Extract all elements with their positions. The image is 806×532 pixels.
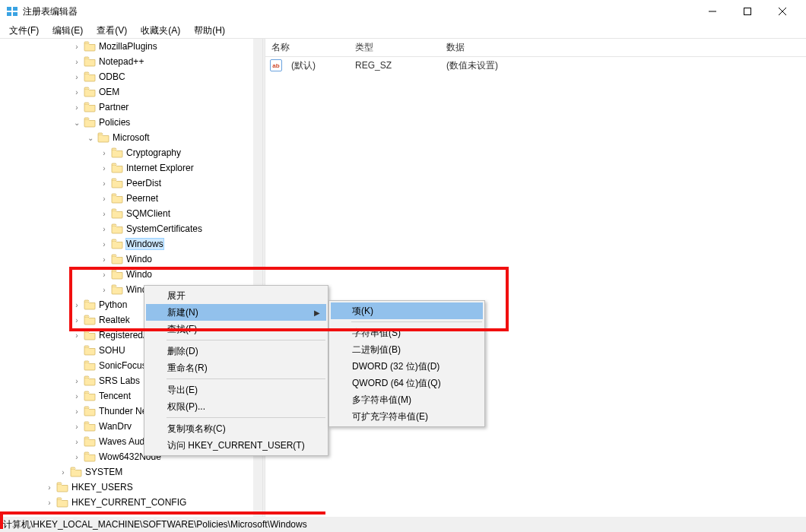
new-submenu[interactable]: 项(K)字符串值(S)二进制值(B)DWORD (32 位)值(D)QWORD … bbox=[328, 300, 485, 427]
svg-rect-0 bbox=[7, 7, 11, 11]
tree-node[interactable]: ›Cryptography bbox=[0, 145, 253, 160]
menu-item[interactable]: 可扩充字符串值(E) bbox=[331, 408, 483, 425]
collapse-toggle-icon[interactable]: ⌄ bbox=[71, 119, 82, 127]
menu-item-label: 二进制值(B) bbox=[352, 344, 401, 356]
expand-toggle-icon[interactable]: › bbox=[99, 195, 109, 203]
expand-toggle-icon[interactable]: › bbox=[71, 103, 82, 112]
tree-node[interactable]: ›Windo bbox=[0, 252, 253, 267]
tree-node[interactable]: ›Windo bbox=[0, 267, 253, 282]
tree-node[interactable]: ›MozillaPlugins bbox=[0, 39, 253, 54]
expand-toggle-icon[interactable]: › bbox=[71, 453, 82, 461]
tree-node[interactable]: ›HKEY_CURRENT_CONFIG bbox=[0, 495, 253, 510]
folder-icon bbox=[111, 163, 123, 173]
expand-toggle-icon[interactable]: › bbox=[71, 331, 82, 340]
expand-toggle-icon[interactable]: › bbox=[71, 392, 82, 401]
tree-node[interactable]: ⌄Policies bbox=[0, 115, 253, 130]
menu-item[interactable]: 导出(E) bbox=[146, 382, 326, 398]
menu-item[interactable]: 文件(F) bbox=[3, 23, 45, 39]
menu-item[interactable]: 访问 HKEY_CURRENT_USER(T) bbox=[146, 437, 326, 454]
expand-toggle-icon[interactable]: › bbox=[71, 73, 82, 81]
expand-toggle-icon[interactable]: › bbox=[44, 483, 55, 492]
menu-item-label: 导出(E) bbox=[167, 384, 198, 397]
folder-icon bbox=[111, 254, 123, 264]
menu-item[interactable]: 权限(P)... bbox=[146, 398, 326, 415]
expand-toggle-icon[interactable]: › bbox=[71, 88, 82, 97]
menu-item[interactable]: 项(K) bbox=[331, 302, 483, 319]
menu-item[interactable]: 查看(V) bbox=[90, 23, 133, 39]
folder-icon bbox=[84, 117, 96, 128]
tree-node-label: Realtek bbox=[99, 315, 130, 325]
tree-node[interactable]: ›ODBC bbox=[0, 69, 253, 84]
folder-icon bbox=[111, 208, 123, 219]
folder-icon bbox=[84, 41, 96, 52]
folder-icon bbox=[84, 375, 96, 386]
menu-item[interactable]: 多字符串值(M) bbox=[331, 391, 483, 408]
menu-item[interactable]: DWORD (32 位)值(D) bbox=[331, 358, 483, 375]
tree-node[interactable]: ›Peernet bbox=[0, 191, 253, 206]
expand-toggle-icon[interactable]: › bbox=[71, 377, 82, 385]
menu-item[interactable]: 展开 bbox=[146, 287, 326, 304]
tree-node[interactable]: ›SYSTEM bbox=[0, 464, 253, 480]
value-row[interactable]: ab(默认)REG_SZ(数值未设置) bbox=[265, 57, 806, 74]
menu-item[interactable]: 帮助(H) bbox=[188, 23, 231, 39]
expand-toggle-icon[interactable]: › bbox=[71, 423, 82, 431]
col-data[interactable]: 数据 bbox=[440, 41, 806, 54]
menu-item[interactable]: 查找(F) bbox=[146, 321, 326, 337]
expand-toggle-icon[interactable]: › bbox=[71, 43, 82, 51]
expand-toggle-icon[interactable]: › bbox=[99, 210, 109, 218]
tree-node[interactable]: ›Notepad++ bbox=[0, 54, 253, 69]
close-button[interactable] bbox=[765, 0, 800, 23]
menu-item-label: 新建(N) bbox=[167, 306, 198, 319]
menu-item-label: 访问 HKEY_CURRENT_USER(T) bbox=[167, 439, 305, 452]
folder-icon bbox=[84, 87, 96, 97]
expand-toggle-icon[interactable]: › bbox=[99, 271, 109, 279]
menu-item-label: 展开 bbox=[167, 290, 186, 302]
expand-toggle-icon[interactable]: › bbox=[99, 225, 109, 233]
tree-node[interactable]: ›SystemCertificates bbox=[0, 221, 253, 236]
tree-node-label: ODBC bbox=[99, 71, 125, 82]
menu-item[interactable]: 字符串值(S) bbox=[331, 325, 483, 341]
expand-toggle-icon[interactable]: › bbox=[71, 316, 82, 325]
menu-item[interactable]: 收藏夹(A) bbox=[135, 23, 186, 39]
folder-icon bbox=[84, 421, 96, 432]
menu-item[interactable]: 复制项名称(C) bbox=[146, 420, 326, 437]
menu-item[interactable]: 重命名(R) bbox=[146, 359, 326, 376]
tree-node[interactable]: ›Windows bbox=[0, 236, 253, 252]
expand-toggle-icon[interactable]: › bbox=[99, 164, 109, 173]
tree-node[interactable]: ›Internet Explorer bbox=[0, 160, 253, 176]
expand-toggle-icon[interactable]: › bbox=[71, 58, 82, 66]
menu-item[interactable]: 二进制值(B) bbox=[331, 341, 483, 358]
expand-toggle-icon[interactable]: › bbox=[99, 255, 109, 264]
expand-toggle-icon[interactable]: › bbox=[44, 499, 55, 507]
menu-item[interactable]: QWORD (64 位)值(Q) bbox=[331, 375, 483, 391]
col-name[interactable]: 名称 bbox=[265, 41, 349, 54]
expand-toggle-icon[interactable]: › bbox=[99, 240, 109, 249]
minimize-button[interactable] bbox=[695, 0, 730, 23]
svg-rect-2 bbox=[7, 12, 11, 16]
folder-icon bbox=[111, 147, 123, 158]
menu-item[interactable]: 新建(N)▶ bbox=[146, 304, 326, 321]
expand-toggle-icon[interactable]: › bbox=[99, 286, 109, 294]
expand-toggle-icon[interactable]: › bbox=[99, 149, 109, 157]
expand-toggle-icon[interactable]: › bbox=[71, 438, 82, 446]
expand-toggle-icon[interactable]: › bbox=[71, 301, 82, 309]
values-pane: 名称 类型 数据 ab(默认)REG_SZ(数值未设置) bbox=[265, 39, 806, 517]
context-menu[interactable]: 展开新建(N)▶查找(F)删除(D)重命名(R)导出(E)权限(P)...复制项… bbox=[144, 285, 328, 456]
menu-item[interactable]: 删除(D) bbox=[146, 343, 326, 359]
collapse-toggle-icon[interactable]: ⌄ bbox=[85, 134, 96, 142]
tree-node[interactable]: ›Partner bbox=[0, 100, 253, 115]
tree-node[interactable]: ›SQMClient bbox=[0, 206, 253, 221]
expand-toggle-icon[interactable]: › bbox=[58, 468, 68, 477]
tree-node-label: SOHU bbox=[99, 345, 125, 356]
tree-node[interactable]: ›HKEY_USERS bbox=[0, 480, 253, 495]
values-list[interactable]: ab(默认)REG_SZ(数值未设置) bbox=[265, 57, 806, 74]
expand-toggle-icon[interactable]: › bbox=[71, 407, 82, 416]
col-type[interactable]: 类型 bbox=[349, 41, 440, 54]
tree-node[interactable]: ⌄Microsoft bbox=[0, 130, 253, 145]
tree-node[interactable]: ›OEM bbox=[0, 84, 253, 100]
maximize-button[interactable] bbox=[730, 0, 765, 23]
expand-toggle-icon[interactable]: › bbox=[99, 179, 109, 188]
menu-item[interactable]: 编辑(E) bbox=[46, 23, 89, 39]
tree-node-label: SYSTEM bbox=[85, 467, 122, 477]
tree-node[interactable]: ›PeerDist bbox=[0, 176, 253, 191]
